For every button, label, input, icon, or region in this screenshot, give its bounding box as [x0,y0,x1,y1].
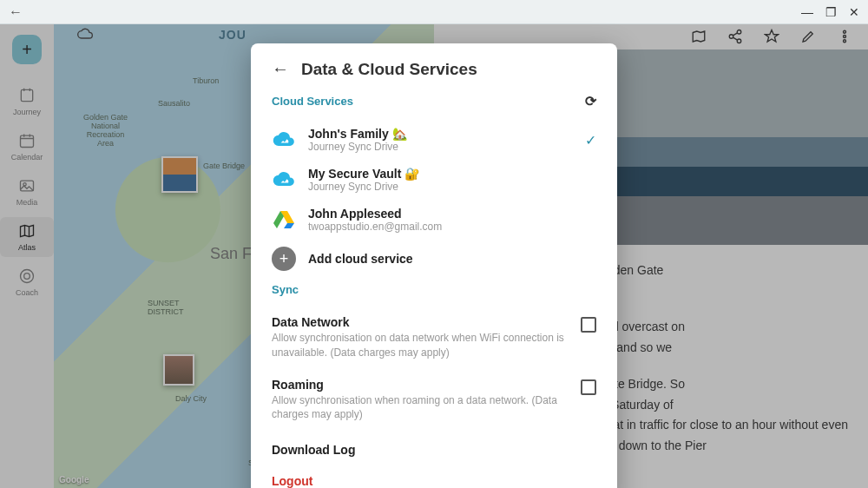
option-description: Allow synchronisation on data network wh… [272,331,569,360]
option-title: Roaming [272,378,569,392]
modal-scrim[interactable]: ← Data & Cloud Services Cloud Services ⟳… [0,24,868,488]
modal-back-button[interactable]: ← [272,59,289,79]
sync-data-network-row[interactable]: Data Network Allow synchronisation on da… [272,307,596,369]
selected-check-icon: ✓ [585,132,596,148]
service-sub: Journey Sync Drive [308,181,596,193]
modal-title: Data & Cloud Services [301,60,477,79]
service-name: My Secure Vault 🔐 [308,167,596,181]
option-title: Data Network [272,315,569,329]
service-sub: twoappstudio.en@gmail.com [308,221,596,233]
option-description: Allow synchronisation when roaming on a … [272,393,569,423]
section-heading-sync: Sync [272,283,299,296]
plus-icon: + [272,247,296,271]
window-close-icon[interactable]: ✕ [849,5,859,19]
nav-back-icon[interactable]: ← [9,4,23,20]
service-name: John's Family 🏡 [308,127,573,141]
data-network-checkbox[interactable] [581,317,596,333]
cloud-service-row[interactable]: John's Family 🏡 Journey Sync Drive ✓ [272,120,596,160]
cloud-service-row[interactable]: My Secure Vault 🔐 Journey Sync Drive [272,160,596,200]
google-drive-icon [272,211,296,228]
journey-cloud-icon [272,131,296,148]
cloud-service-row[interactable]: John Appleseed twoappstudio.en@gmail.com [272,200,596,240]
settings-modal: ← Data & Cloud Services Cloud Services ⟳… [251,43,617,488]
download-log-button[interactable]: Download Log [272,431,596,464]
journey-cloud-icon [272,171,296,188]
add-service-label: Add cloud service [308,252,596,266]
window-titlebar: ← — ❐ ✕ [0,0,868,24]
logout-button[interactable]: Logout [272,464,596,488]
service-sub: Journey Sync Drive [308,141,573,153]
refresh-button[interactable]: ⟳ [585,93,596,109]
sync-roaming-row[interactable]: Roaming Allow synchronisation when roami… [272,369,596,432]
add-cloud-service-button[interactable]: + Add cloud service [272,240,596,278]
service-name: John Appleseed [308,207,596,221]
window-maximize-icon[interactable]: ❐ [825,5,837,19]
roaming-checkbox[interactable] [581,379,596,395]
window-minimize-icon[interactable]: — [801,5,813,19]
section-heading-cloud: Cloud Services [272,95,353,108]
